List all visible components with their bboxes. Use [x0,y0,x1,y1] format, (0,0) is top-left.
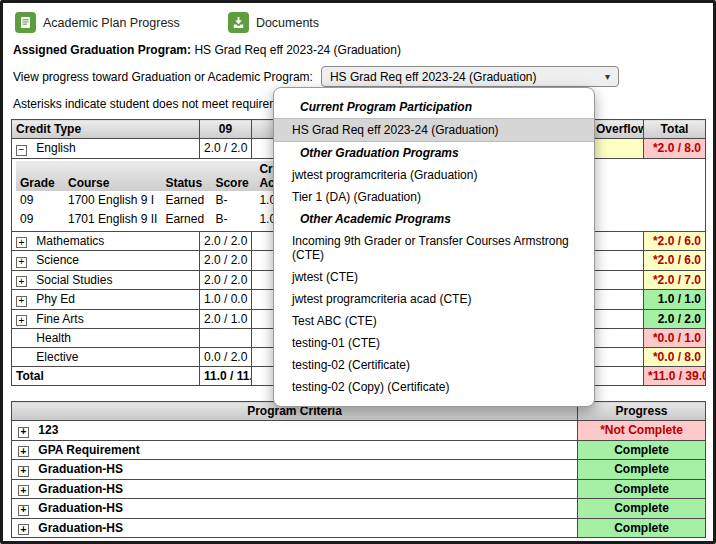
total-cell: *11.0 / 39.0 [644,367,706,386]
view-progress-label: View progress toward Graduation or Acade… [13,70,313,84]
grade09-cell: 1.0 / 0.0 [200,290,252,310]
criteria-label: Graduation-HS [38,482,123,496]
progress-cell: Complete [578,460,706,480]
dropdown-item-selected[interactable]: HS Grad Req eff 2023-24 (Graduation) [274,118,594,142]
detail-course-header: Course [64,161,161,191]
overflow-header: Overflow [592,120,644,139]
course-score: B- [211,210,255,229]
assigned-program-value: HS Grad Req eff 2023-24 (Graduation) [194,43,401,57]
course-row: 09 1701 English 9 II Earned B- 1.0 [16,210,295,229]
dropdown-item[interactable]: jwtest (CTE) [274,266,594,288]
documents-button[interactable]: Documents [228,12,319,33]
criteria-row: + GPA Requirement Complete [12,440,706,460]
dropdown-item[interactable]: Tier 1 (DA) (Graduation) [274,186,594,208]
credit-type-label: Fine Arts [36,312,83,326]
credit-type-label: English [36,141,75,155]
documents-label: Documents [256,16,319,30]
dropdown-item[interactable]: testing-02 (Copy) (Certificate) [274,376,594,398]
credit-type-label: Social Studies [36,273,112,287]
grade09-cell: 11.0 / 11.0 [200,367,252,386]
dropdown-group-header: Other Graduation Programs [274,142,594,164]
dropdown-item[interactable]: testing-01 (CTE) [274,332,594,354]
total-header: Total [644,120,706,139]
dropdown-item[interactable]: Incoming 9th Grader or Transfer Courses … [274,230,594,266]
course-grade: 09 [16,210,64,229]
progress-header: Progress [578,402,706,421]
expand-icon[interactable]: + [18,524,29,535]
course-row: 09 1700 English 9 I Earned B- 1.0 [16,191,295,210]
grade09-cell: 2.0 / 2.0 [200,139,252,159]
overflow-cell [592,139,644,159]
expand-icon[interactable]: + [16,237,27,248]
credit-type-label: Phy Ed [36,292,75,306]
grade09-cell: 2.0 / 2.0 [200,231,252,251]
detail-grade-header: Grade [16,161,64,191]
grade09-cell: 2.0 / 2.0 [200,251,252,271]
credit-type-header: Credit Type [12,120,200,139]
academic-plan-progress-button[interactable]: Academic Plan Progress [15,12,180,33]
overflow-cell [592,309,644,329]
overflow-cell [592,251,644,271]
criteria-row: + Graduation-HS Complete [12,479,706,499]
course-score: B- [211,191,255,210]
app-window: Academic Plan Progress Documents Assigne… [0,0,716,544]
toolbar: Academic Plan Progress Documents [3,3,713,38]
program-dropdown-menu: Current Program Participation HS Grad Re… [273,87,595,407]
progress-cell: Complete [578,440,706,460]
total-cell: 1.0 / 1.0 [644,290,706,310]
credit-type-label: Mathematics [36,234,104,248]
chevron-down-icon: ▾ [605,71,610,82]
expand-icon[interactable]: + [18,466,29,477]
expand-icon[interactable]: + [16,257,27,268]
grade09-cell: 0.0 / 2.0 [200,348,252,367]
overflow-cell [592,290,644,310]
criteria-label: Graduation-HS [38,501,123,515]
expand-icon[interactable]: + [18,427,29,438]
dropdown-group-header: Other Academic Programs [274,208,594,230]
overflow-cell [592,348,644,367]
criteria-row: + 123 *Not Complete [12,421,706,441]
criteria-label: Graduation-HS [38,521,123,535]
academic-plan-label: Academic Plan Progress [43,16,180,30]
grade09-cell: 2.0 / 1.0 [200,309,252,329]
overflow-cell [592,329,644,348]
expand-icon[interactable]: + [16,276,27,287]
dropdown-item[interactable]: Test ABC (CTE) [274,310,594,332]
total-cell: *2.0 / 6.0 [644,251,706,271]
total-cell: *0.0 / 1.0 [644,329,706,348]
criteria-label: Graduation-HS [38,462,123,476]
course-status: Earned [161,191,211,210]
expand-icon[interactable]: + [16,315,27,326]
dropdown-item[interactable]: jwtest programcriteria (Graduation) [274,164,594,186]
total-cell: *0.0 / 8.0 [644,348,706,367]
criteria-label: 123 [38,423,58,437]
detail-header-row: Grade Course Status Score Cre Aca [16,161,295,191]
criteria-label: GPA Requirement [38,443,139,457]
course-status: Earned [161,210,211,229]
assigned-graduation-program: Assigned Graduation Program: HS Grad Req… [3,38,713,59]
overflow-cell [592,367,644,386]
overflow-cell [592,270,644,290]
course-grade: 09 [16,191,64,210]
expand-icon[interactable]: + [18,505,29,516]
documents-icon [228,12,249,33]
dropdown-group-header: Current Program Participation [274,96,594,118]
course-name: 1700 English 9 I [64,191,161,210]
dropdown-item[interactable]: jwtest programcriteria acad (CTE) [274,288,594,310]
overflow-cell [592,231,644,251]
credit-type-label: Total [12,367,200,386]
expand-icon[interactable]: + [18,446,29,457]
total-cell: *2.0 / 8.0 [644,139,706,159]
program-select[interactable]: HS Grad Req eff 2023-24 (Graduation) ▾ [321,66,619,87]
grade09-cell: 2.0 / 2.0 [200,270,252,290]
criteria-row: + Graduation-HS Complete [12,518,706,538]
credit-type-label: Elective [36,350,78,364]
criteria-row: + Graduation-HS Complete [12,460,706,480]
english-courses-table: Grade Course Status Score Cre Aca [16,161,295,229]
expand-icon[interactable]: + [16,296,27,307]
dropdown-item[interactable]: testing-02 (Certificate) [274,354,594,376]
expand-icon[interactable]: + [18,485,29,496]
collapse-icon[interactable]: − [16,145,27,156]
total-cell: *2.0 / 6.0 [644,231,706,251]
progress-cell: Complete [578,518,706,538]
